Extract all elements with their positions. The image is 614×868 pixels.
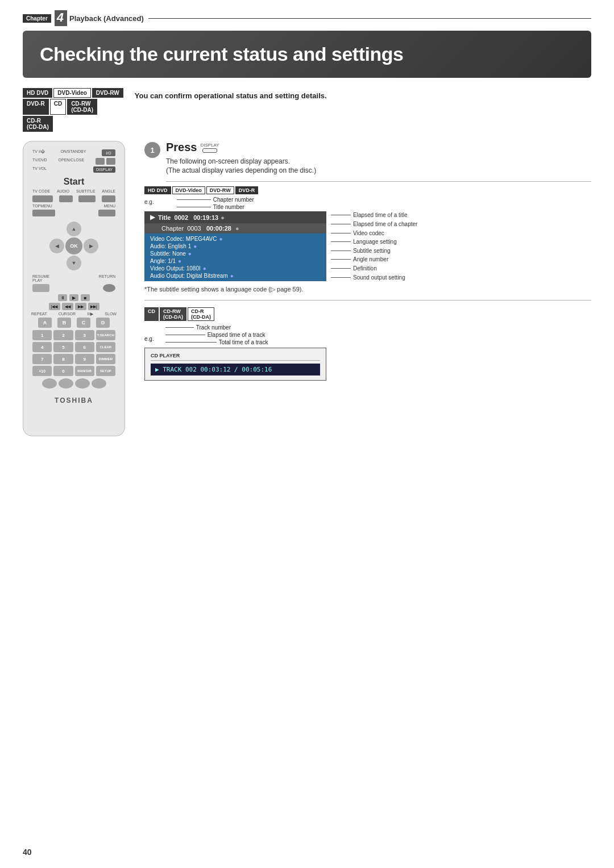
osd-angle-dot: ●: [178, 258, 181, 264]
stop-btn[interactable]: ■: [81, 294, 90, 301]
dimmer-btn[interactable]: DIMMER: [96, 354, 115, 364]
dpad-mid-row: ◀ OK ▶: [49, 237, 99, 255]
next-chapter-btn[interactable]: ▶▶|: [88, 303, 99, 310]
dpad-down[interactable]: ▼: [67, 256, 81, 270]
angle-btn[interactable]: [102, 195, 115, 202]
num-7[interactable]: 7: [32, 354, 52, 364]
ff-btn[interactable]: ▶▶: [75, 303, 86, 310]
return-btn[interactable]: [103, 284, 115, 292]
ann-label-1: Elapsed time of a title: [353, 212, 408, 218]
setup-btn[interactable]: SETUP: [96, 366, 115, 376]
osd-audio: Audio: English 1 ●: [150, 243, 321, 249]
tvdvd-btn[interactable]: [96, 158, 105, 165]
cd-badges-row: CD CD-RW(CD-DA) CD-R(CD-DA): [144, 307, 591, 321]
cd-osd-with-annotations: e.g. Track number Elapsed time of a trac…: [144, 324, 591, 381]
badge-cd: CD: [50, 99, 66, 115]
remote-tv-row: TV I/⏻ ON/STANDBY I/O: [29, 149, 119, 156]
pause-btn[interactable]: ⏸: [58, 294, 67, 301]
cd-eg-row: e.g. Track number Elapsed time of a trac…: [144, 324, 326, 345]
track-number-label: Track number: [196, 324, 231, 331]
cd-track-display: ▶ TRACK 002 00:03:12 / 00:05:16: [151, 364, 320, 375]
cd-badge-cdr: CD-R(CD-DA): [188, 307, 214, 321]
hb-hddvd: HD DVD: [144, 186, 171, 194]
osd-video-codec-text: Video Codec: MPEG4AVC: [150, 236, 217, 242]
num-9[interactable]: 9: [75, 354, 94, 364]
btn-c[interactable]: C: [77, 318, 90, 328]
clear-btn[interactable]: CLEAR: [96, 342, 115, 352]
osd-subtitle: Subtitle: None ●: [150, 251, 321, 257]
num-4[interactable]: 4: [32, 342, 52, 352]
eject-area: [96, 158, 115, 165]
mainsub-btn[interactable]: MAIN/SUB: [75, 366, 94, 376]
badge-dvdr: DVD-R: [23, 99, 49, 115]
chapter-title-arrows: Chapter number Title number: [177, 197, 254, 210]
ann-label-7: Definition: [353, 265, 377, 272]
dpad-ok[interactable]: OK: [65, 237, 82, 254]
cd-badge-cdrw: CD-RW(CD-DA): [160, 307, 186, 321]
page-number: 40: [23, 848, 32, 857]
remote-transport: ⏸ ▶ ■: [58, 294, 90, 301]
menu-btn[interactable]: [98, 210, 115, 216]
instructions-column: 1 Press DISPLAY The following on-screen …: [144, 141, 591, 436]
btn-d[interactable]: D: [96, 318, 110, 328]
eject-btn[interactable]: [106, 158, 115, 165]
ann-line-2: [331, 224, 351, 224]
plus10-btn[interactable]: +10: [32, 366, 52, 376]
display-button[interactable]: DISPLAY: [93, 166, 115, 173]
remote-tvdvd-row: TV/DVD OPEN/CLOSE: [29, 158, 119, 165]
btn-a[interactable]: A: [38, 318, 52, 328]
osd-vo-text: Video Output: 1080I: [150, 265, 201, 272]
resume-return-btns: [29, 284, 119, 292]
press-label: Press: [166, 141, 197, 154]
chapter-divider: [148, 18, 591, 19]
prev-chapter-btn[interactable]: |◀◀: [49, 303, 60, 310]
bottom-btn-3[interactable]: [75, 378, 90, 389]
num-5[interactable]: 5: [53, 342, 73, 352]
bottom-btn-1[interactable]: [42, 378, 57, 389]
chapter-header: Chapter 4 Playback (Advanced): [0, 0, 614, 26]
transport-labels: REPEAT CURSOR III▶ SLOW: [29, 312, 119, 316]
bottom-btn-2[interactable]: [59, 378, 73, 389]
btn-b[interactable]: B: [57, 318, 71, 328]
title-num-ann: Title number: [177, 204, 254, 210]
display-key[interactable]: [202, 148, 217, 153]
topmenu-btn[interactable]: [32, 210, 55, 216]
tsearch-btn[interactable]: T.SEARCH: [96, 330, 115, 340]
num-3[interactable]: 3: [75, 330, 94, 340]
remote-numpad: 1 2 3 T.SEARCH 4 5 6 CLEAR 7 8 9 DIMMER …: [29, 330, 119, 376]
dpad-left[interactable]: ◀: [49, 239, 64, 253]
audio-btn[interactable]: [59, 195, 73, 202]
osd-title-dot: ●: [221, 214, 225, 221]
eg-chapter-row: e.g. Chapter number Title number: [144, 197, 591, 210]
num-0[interactable]: 0: [53, 366, 73, 376]
ann-lang-setting: Language setting: [331, 239, 417, 245]
num-8[interactable]: 8: [53, 354, 73, 364]
power-btn[interactable]: I/O: [102, 149, 115, 156]
subtitle-btn[interactable]: [78, 195, 96, 202]
dpad-right[interactable]: ▶: [84, 239, 98, 253]
cd-player-label: CD PLAYER: [151, 353, 320, 361]
badge-hddvd: HD DVD: [23, 88, 52, 98]
num-2[interactable]: 2: [53, 330, 73, 340]
dpad-up[interactable]: ▲: [67, 222, 81, 236]
ann-line-8: [331, 277, 351, 278]
osd-annotation-area: ▶ Title 0002 00:19:13 ● Chapter 0003 00:…: [144, 211, 591, 281]
rew-btn[interactable]: ◀◀: [62, 303, 73, 310]
num-1[interactable]: 1: [32, 330, 52, 340]
elapsed-track-label: Elapsed time of a track: [208, 332, 265, 338]
resume-btn[interactable]: [32, 284, 49, 292]
bottom-btn-4[interactable]: [92, 378, 106, 389]
tv-vol-label: TV VOL: [32, 166, 47, 173]
cd-player-box: CD PLAYER ▶ TRACK 002 00:03:12 / 00:05:1…: [144, 348, 326, 381]
play-btn[interactable]: ▶: [69, 294, 78, 301]
display-key-container: DISPLAY: [201, 143, 219, 153]
step-1-row: 1 Press DISPLAY The following on-screen …: [144, 141, 591, 182]
tvcode-btn[interactable]: [32, 195, 53, 202]
remote-seek-row: |◀◀ ◀◀ ▶▶ ▶▶|: [49, 303, 99, 310]
remote-bottom-row: [42, 378, 106, 389]
badge-dvdvideo: DVD-Video: [53, 88, 91, 98]
osd-playbar: ▶ Title 0002 00:19:13 ●: [144, 211, 326, 223]
num-6[interactable]: 6: [75, 342, 94, 352]
topmenu-label: TOPMENU: [32, 204, 52, 208]
osd-chapter-row: Chapter 0003 00:00:28: [161, 225, 231, 232]
